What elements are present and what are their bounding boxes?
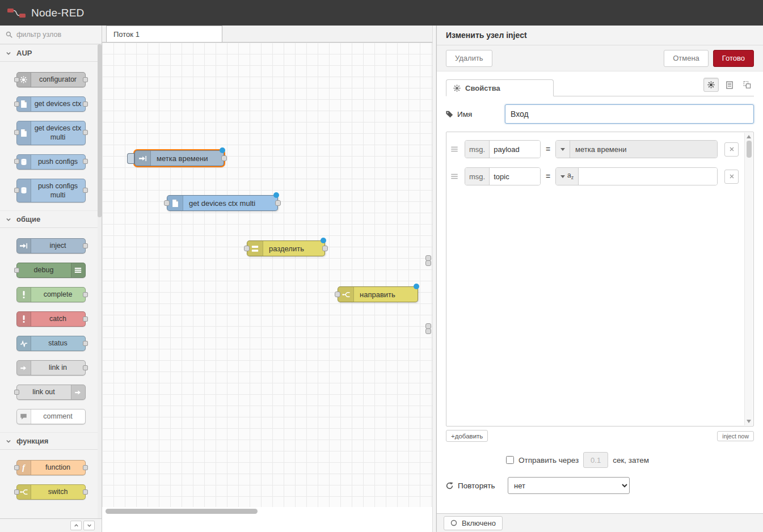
palette-node-push-configs[interactable]: push configs [16,154,86,170]
drag-handle-icon[interactable] [451,174,460,179]
node-output-port[interactable] [83,465,88,470]
flow-tab[interactable]: Поток 1 [106,26,222,42]
palette-node-complete[interactable]: complete [16,287,86,302]
node-input-port[interactable] [14,390,19,395]
excl-icon [17,312,31,326]
palette-search-input[interactable]: фильтр узлов [0,26,102,44]
node-input-port[interactable] [14,130,19,135]
inject-once-checkbox[interactable] [506,456,514,464]
appearance-button[interactable] [740,78,754,92]
horizontal-scrollbar-thumb[interactable] [106,509,258,514]
node-label: switch [31,485,85,499]
scroll-up-arrow[interactable] [747,135,751,138]
node-label: function [31,461,85,475]
node-output-port[interactable] [83,159,88,164]
node-output-port[interactable] [83,77,88,82]
scroll-down-arrow[interactable] [747,420,751,423]
list-scrollbar[interactable] [744,133,753,425]
node-output-port[interactable] [275,200,281,206]
flow-node-get-devices-ctx-multi[interactable]: get devices ctx multi [167,195,278,211]
palette-category-body: injectdebugcompletecatchstatuslink inlin… [0,228,102,432]
palette-scrollbar[interactable] [98,44,102,518]
node-input-port[interactable] [14,159,19,164]
flow-node-направить[interactable]: направить [338,286,418,302]
done-button[interactable]: Готово [713,50,754,67]
palette-node-link-in[interactable]: link in [16,360,86,375]
node-output-port[interactable] [221,155,227,161]
remove-row-button[interactable] [724,142,739,157]
palette-node-function[interactable]: ffunction [16,460,86,475]
node-input-port[interactable] [14,77,19,82]
palette-node-debug[interactable]: debug [16,263,86,278]
node-output-port[interactable] [83,316,88,322]
palette-node-comment[interactable]: comment [16,409,86,424]
flow-node-разделить[interactable]: разделить [247,240,325,256]
palette-category-функция[interactable]: функция [0,432,102,450]
description-button[interactable] [723,78,736,92]
node-port[interactable] [425,260,431,266]
palette-node-get-devices-ctx-multi[interactable]: get devices ctx multi [16,121,86,145]
property-name-input[interactable] [490,168,540,185]
node-output-port[interactable] [83,188,88,193]
palette-category-общие[interactable]: общие [0,210,102,228]
repeat-select[interactable]: нет [508,477,630,494]
node-output-port[interactable] [83,130,88,135]
property-name-input[interactable] [490,141,540,158]
palette-category-aup[interactable]: AUP [0,44,102,62]
node-input-port[interactable] [14,188,19,193]
node-output-port[interactable] [83,243,88,248]
node-settings-button[interactable] [703,78,719,92]
tab-properties[interactable]: Свойства [446,79,554,96]
palette-scrollbar-thumb[interactable] [98,44,102,217]
node-input-port[interactable] [14,102,19,107]
node-output-port[interactable] [83,292,88,297]
palette-node-get-devices-ctx[interactable]: get devices ctx [16,96,86,112]
flow-canvas[interactable]: метка времениget devices ctx multiраздел… [102,43,432,507]
node-output-port[interactable] [83,365,88,370]
node-output-port[interactable] [83,489,88,495]
delete-button[interactable]: Удалить [446,50,492,67]
node-output-port[interactable] [322,246,328,251]
list-scrollbar-thumb[interactable] [747,141,752,158]
changed-indicator [220,147,225,153]
palette-node-switch[interactable]: switch [16,484,86,500]
node-output-port[interactable] [83,102,88,107]
node-input-port[interactable] [164,200,170,206]
palette-node-configurator[interactable]: configurator [16,72,86,87]
palette-node-link-out[interactable]: link out [16,385,86,400]
inject-trigger-button[interactable] [127,153,134,164]
enabled-toggle-button[interactable]: Включено [444,516,503,530]
node-input-port[interactable] [335,292,340,297]
tag-icon [446,111,453,118]
inject-after-seconds-input[interactable] [583,452,608,468]
node-label: configurator [31,73,85,87]
type-select-button[interactable] [556,141,570,158]
name-input[interactable] [505,104,754,124]
palette-node-catch[interactable]: catch [16,311,86,327]
panel-resize-divider[interactable] [432,26,437,532]
type-select-button[interactable]: az [556,168,579,185]
palette-node-status[interactable]: status [16,336,86,351]
remove-row-button[interactable] [724,170,739,184]
palette-node-push-configs-multi[interactable]: push configs multi [16,179,86,203]
node-port[interactable] [425,328,431,334]
name-row: Имя [446,104,754,124]
horizontal-scrollbar[interactable] [106,509,429,514]
drag-handle-icon[interactable] [451,146,460,152]
node-input-port[interactable] [244,246,250,251]
node-label: link out [17,385,71,399]
cancel-button[interactable]: Отмена [664,50,709,67]
property-value-input[interactable] [579,168,717,185]
node-output-port[interactable] [83,341,88,346]
node-input-port[interactable] [14,489,19,495]
node-input-port[interactable] [14,465,19,470]
string-type-icon: az [567,172,574,180]
inject-now-button[interactable]: inject now [717,431,754,441]
collapse-categories-button[interactable] [70,521,82,530]
expand-categories-button[interactable] [83,521,95,530]
palette-node-inject[interactable]: inject [16,238,86,254]
add-property-button[interactable]: +добавить [446,430,488,442]
flow-node-метка-времени[interactable]: метка времени [134,150,224,166]
palette-category-label: общие [16,215,40,223]
node-input-port[interactable] [14,268,19,273]
